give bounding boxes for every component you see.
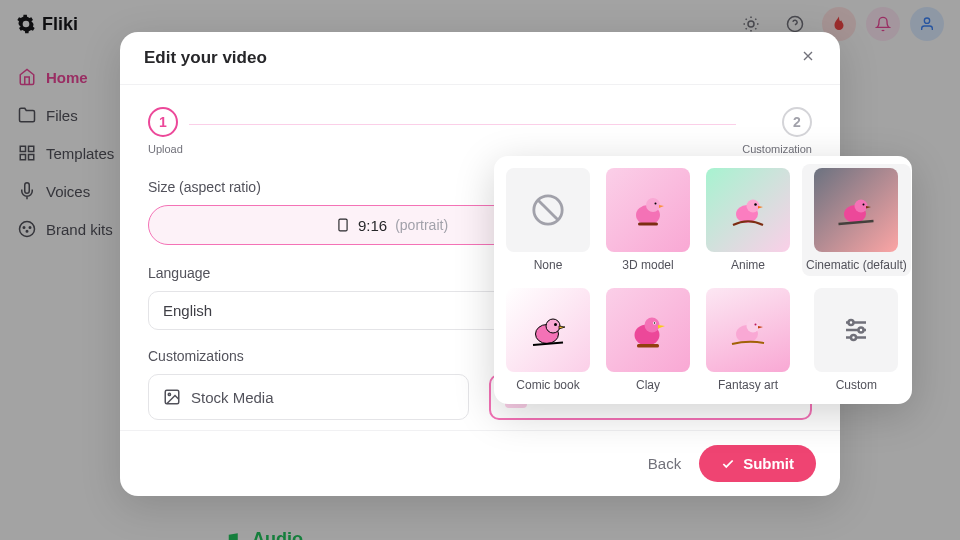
style-thumb (706, 168, 790, 252)
svg-point-44 (851, 335, 856, 340)
svg-point-23 (747, 200, 760, 213)
stock-media-option[interactable]: Stock Media (148, 374, 469, 420)
stock-media-label: Stock Media (191, 389, 274, 406)
svg-point-32 (645, 318, 660, 333)
style-thumb (606, 168, 690, 252)
svg-point-38 (755, 324, 757, 326)
style-option-fantasy-art[interactable]: Fantasy art (702, 284, 794, 396)
svg-point-42 (849, 320, 854, 325)
svg-rect-35 (637, 344, 659, 348)
style-option-label: Comic book (516, 378, 579, 392)
language-value: English (163, 302, 212, 319)
submit-label: Submit (743, 455, 794, 472)
stepper: 1 Upload 2 Customization (148, 107, 812, 155)
size-ratio: 9:16 (358, 217, 387, 234)
svg-rect-13 (339, 219, 347, 231)
phone-icon (336, 216, 350, 234)
svg-point-37 (747, 320, 760, 333)
submit-button[interactable]: Submit (699, 445, 816, 482)
style-option-custom[interactable]: Custom (802, 284, 911, 396)
style-thumb (506, 288, 590, 372)
svg-point-24 (754, 203, 757, 206)
style-thumb (606, 288, 690, 372)
step-2-label: Customization (742, 143, 812, 155)
step-2[interactable]: 2 (782, 107, 812, 137)
svg-point-34 (654, 322, 656, 324)
svg-point-30 (554, 323, 557, 326)
modal-title: Edit your video (144, 48, 267, 68)
check-icon (721, 457, 735, 471)
close-button[interactable] (800, 48, 816, 68)
step-divider (189, 124, 736, 125)
style-option-label: Cinematic (default) (806, 258, 907, 272)
svg-point-27 (863, 204, 865, 206)
style-option-anime[interactable]: Anime (702, 164, 794, 276)
style-option-label: Fantasy art (718, 378, 778, 392)
style-option-cinematic[interactable]: Cinematic (default) (802, 164, 911, 276)
style-option-3d-model[interactable]: 3D model (602, 164, 694, 276)
close-icon (800, 48, 816, 64)
step-1-label: Upload (148, 143, 183, 155)
style-thumb (706, 288, 790, 372)
style-option-label: Clay (636, 378, 660, 392)
style-popover: None 3D model Anime Cinematic (default) … (494, 156, 912, 404)
svg-point-43 (859, 328, 864, 333)
image-icon (163, 388, 181, 406)
svg-point-20 (655, 203, 657, 205)
size-note: (portrait) (395, 217, 448, 233)
style-option-label: Anime (731, 258, 765, 272)
svg-point-16 (168, 393, 170, 395)
back-button[interactable]: Back (648, 455, 681, 472)
style-option-none[interactable]: None (502, 164, 594, 276)
style-option-label: 3D model (622, 258, 673, 272)
svg-point-19 (646, 198, 660, 212)
svg-rect-21 (638, 223, 658, 226)
style-option-label: Custom (836, 378, 877, 392)
svg-point-29 (546, 319, 560, 333)
step-1[interactable]: 1 (148, 107, 178, 137)
sliders-icon (814, 288, 898, 372)
style-option-clay[interactable]: Clay (602, 284, 694, 396)
style-option-comic-book[interactable]: Comic book (502, 284, 594, 396)
svg-point-26 (855, 200, 868, 213)
style-thumb (814, 168, 898, 252)
style-option-label: None (534, 258, 563, 272)
none-icon (506, 168, 590, 252)
